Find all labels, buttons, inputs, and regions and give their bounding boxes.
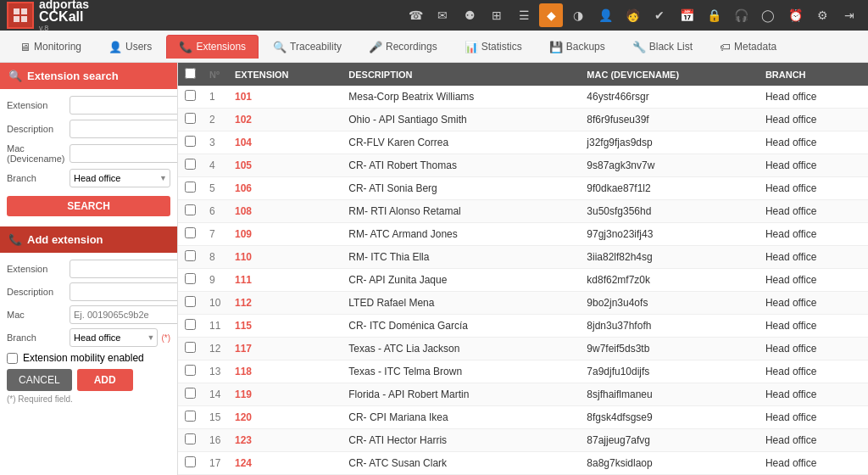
grid-icon[interactable]: ⊞ — [485, 3, 509, 27]
users-icon[interactable]: ⚉ — [458, 3, 481, 27]
person2-icon[interactable]: 🧑 — [620, 3, 644, 27]
star-icon[interactable]: ◆ — [539, 3, 563, 27]
row-checkbox[interactable] — [185, 433, 196, 444]
search-extension-input[interactable] — [70, 96, 178, 115]
toggle-icon[interactable]: ◑ — [566, 3, 590, 27]
row-checkbox[interactable] — [185, 273, 196, 284]
row-checkbox-cell — [178, 315, 203, 338]
tab-users[interactable]: 👤 Users — [96, 35, 164, 59]
row-checkbox[interactable] — [185, 250, 196, 261]
row-branch: Head office — [759, 131, 868, 154]
row-checkbox[interactable] — [185, 456, 196, 467]
row-mac: 9bo2jn3u4ofs — [580, 292, 759, 315]
row-extension[interactable]: 117 — [228, 338, 342, 360]
recordings-icon: 🎤 — [369, 41, 382, 53]
row-extension[interactable]: 105 — [228, 154, 342, 177]
tab-backups[interactable]: 💾 Backups — [537, 35, 618, 59]
col-branch: BRANCH — [759, 63, 868, 86]
row-checkbox[interactable] — [185, 204, 196, 215]
row-num: 9 — [203, 269, 228, 292]
row-extension[interactable]: 118 — [228, 360, 342, 383]
row-checkbox[interactable] — [185, 182, 196, 193]
add-mac-input[interactable] — [70, 305, 178, 324]
tab-statistics[interactable]: 📊 Statistics — [452, 35, 535, 59]
row-extension[interactable]: 106 — [228, 177, 342, 200]
add-description-input[interactable] — [70, 282, 178, 301]
row-extension[interactable]: 110 — [228, 246, 342, 269]
circle-icon[interactable]: ◯ — [756, 3, 780, 27]
table-row: 14 119 Florida - API Robert Martin 8sjfh… — [178, 383, 868, 406]
add-branch-select[interactable]: Head office Branch office — [70, 328, 158, 347]
row-branch: Head office — [759, 338, 868, 360]
person-icon[interactable]: 👤 — [593, 3, 617, 27]
row-checkbox-cell — [178, 177, 203, 200]
row-checkbox[interactable] — [185, 159, 196, 170]
list-icon[interactable]: ☰ — [512, 3, 536, 27]
lock-icon[interactable]: 🔒 — [702, 3, 726, 27]
row-checkbox[interactable] — [185, 388, 196, 399]
row-extension[interactable]: 119 — [228, 383, 342, 406]
row-checkbox[interactable] — [185, 90, 196, 101]
search-branch-label: Branch — [7, 173, 66, 183]
select-all-checkbox[interactable] — [185, 68, 196, 79]
app-title: CCKall — [39, 10, 89, 24]
gear-icon[interactable]: ⚙ — [810, 3, 834, 27]
row-checkbox[interactable] — [185, 319, 196, 330]
tab-blacklist[interactable]: 🔧 Black List — [620, 35, 705, 59]
phone-icon[interactable]: ☎ — [403, 3, 427, 27]
row-checkbox-cell — [178, 109, 203, 131]
row-branch: Head office — [759, 177, 868, 200]
add-extension-row: Extension (*) — [7, 260, 170, 278]
calendar-icon[interactable]: 📅 — [675, 3, 698, 27]
row-checkbox[interactable] — [185, 136, 196, 147]
row-checkbox[interactable] — [185, 342, 196, 353]
row-branch: Head office — [759, 383, 868, 406]
add-mac-row: Mac (*) — [7, 305, 170, 324]
mail-icon[interactable]: ✉ — [431, 3, 454, 27]
row-extension[interactable]: 112 — [228, 292, 342, 315]
row-checkbox[interactable] — [185, 411, 196, 422]
tab-metadata-label: Metadata — [734, 41, 776, 53]
add-button[interactable]: ADD — [77, 369, 133, 391]
mobility-checkbox[interactable] — [7, 353, 18, 364]
headset-icon[interactable]: 🎧 — [729, 3, 753, 27]
row-checkbox[interactable] — [185, 365, 196, 376]
check-icon[interactable]: ✔ — [648, 3, 671, 27]
search-mac-input[interactable] — [70, 144, 178, 163]
clock-icon[interactable]: ⏰ — [783, 3, 807, 27]
row-extension[interactable]: 123 — [228, 429, 342, 452]
row-checkbox[interactable] — [185, 113, 196, 124]
add-extension-label: Extension — [7, 264, 66, 274]
logout-icon[interactable]: ⇥ — [837, 3, 861, 27]
row-branch: Head office — [759, 269, 868, 292]
row-extension[interactable]: 124 — [228, 452, 342, 475]
row-checkbox[interactable] — [185, 296, 196, 307]
search-branch-select[interactable]: Head office Branch office — [70, 169, 170, 187]
search-button[interactable]: SEARCH — [7, 196, 170, 216]
row-branch: Head office — [759, 109, 868, 131]
row-extension[interactable]: 111 — [228, 269, 342, 292]
row-num: 10 — [203, 292, 228, 315]
row-extension[interactable]: 115 — [228, 315, 342, 338]
table-row: 17 124 CR- ATC Susan Clark 8a8g7ksidlaop… — [178, 452, 868, 475]
row-extension[interactable]: 104 — [228, 131, 342, 154]
row-extension[interactable]: 108 — [228, 200, 342, 223]
tab-monitoring[interactable]: 🖥 Monitoring — [7, 35, 94, 59]
tab-metadata[interactable]: 🏷 Metadata — [707, 35, 789, 59]
row-description: Mesa-Corp Beatrix Williams — [342, 86, 580, 109]
add-form: Extension (*) Description (*) Mac (*) Br… — [0, 253, 177, 411]
row-extension[interactable]: 102 — [228, 109, 342, 131]
tab-traceability[interactable]: 🔍 Traceability — [260, 35, 354, 59]
row-extension[interactable]: 109 — [228, 223, 342, 246]
blacklist-icon: 🔧 — [632, 41, 646, 53]
table-row: 12 117 Texas - ATC Lia Jackson 9w7feif5d… — [178, 338, 868, 360]
cancel-button[interactable]: CANCEL — [7, 369, 72, 391]
tab-extensions[interactable]: 📞 Extensions — [166, 35, 259, 59]
row-extension[interactable]: 101 — [228, 86, 342, 109]
search-section-title: Extension search — [27, 70, 119, 82]
add-extension-input[interactable] — [70, 260, 178, 278]
row-checkbox[interactable] — [185, 227, 196, 238]
tab-recordings[interactable]: 🎤 Recordings — [356, 35, 450, 59]
row-extension[interactable]: 120 — [228, 406, 342, 429]
search-description-input[interactable] — [70, 120, 178, 138]
